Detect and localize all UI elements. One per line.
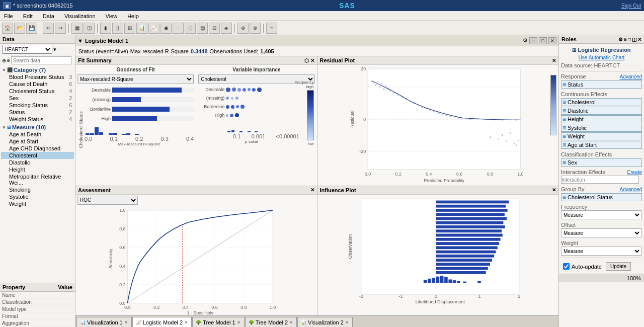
tool-2[interactable]: ◫: [84, 23, 95, 34]
tree-item-diastolic[interactable]: Diastolic: [1, 159, 74, 166]
tree2-icon: 🌳: [249, 320, 254, 325]
tree-item-smoking-status[interactable]: Smoking Status 6: [1, 102, 74, 109]
fit-menu-icon[interactable]: ⬡: [304, 58, 309, 63]
tree-item-blood-pressure[interactable]: Blood Pressure Status 3: [1, 73, 74, 80]
menu-edit[interactable]: Edit: [21, 13, 35, 20]
tree-item-cause-of-death[interactable]: Cause of Death 6: [1, 80, 74, 88]
tool-new[interactable]: 🏠: [2, 23, 13, 34]
dot-b4: [240, 105, 245, 109]
tab-tree2-close[interactable]: ✕: [289, 320, 293, 325]
tab-tree-1[interactable]: 🌳 Tree Model 1 ✕: [192, 317, 244, 327]
tool-map-2[interactable]: ⊗: [250, 23, 261, 34]
tool-chart-4[interactable]: 📊: [136, 23, 147, 34]
tab-visualization-2[interactable]: 📊 Visualization 2 ✕: [297, 317, 353, 327]
tree-item-cholesterol[interactable]: Cholesterol: [1, 152, 74, 159]
tree-tool-1[interactable]: ⊕: [2, 58, 6, 63]
tool-chart-8[interactable]: ◌: [185, 23, 196, 34]
tree-item-smoking[interactable]: Smoking: [1, 186, 74, 193]
frequency-select[interactable]: Measure: [561, 210, 641, 219]
inf-close-icon[interactable]: ✕: [552, 187, 556, 193]
tool-open[interactable]: 📂: [14, 23, 25, 34]
goodness-title: Goodness of Fit: [77, 67, 194, 72]
fit-close-icon[interactable]: ✕: [310, 58, 314, 63]
response-advanced-link[interactable]: Advanced: [620, 74, 642, 79]
tree-item-weight-status[interactable]: Weight Status 4: [1, 116, 74, 123]
tab-tree-2[interactable]: 🌳 Tree Model 2 ✕: [245, 317, 297, 327]
tab-viz2-close[interactable]: ✕: [345, 320, 349, 325]
menu-help[interactable]: Help: [125, 13, 141, 20]
weight-select[interactable]: Measure: [561, 247, 641, 256]
tab-visualization-1[interactable]: 📊 Visualization 1 ✕: [76, 317, 132, 327]
tab-tree1-label: Tree Model 1: [203, 319, 235, 325]
menu-view[interactable]: View: [104, 13, 120, 20]
close-btn[interactable]: ✕: [548, 37, 556, 44]
dataset-icon[interactable]: ▾: [53, 46, 56, 53]
tree-item-age-death[interactable]: Age at Death: [1, 131, 74, 138]
update-button[interactable]: Update: [606, 262, 631, 271]
roles-tool-1[interactable]: ⚙: [618, 37, 623, 42]
residual-plot-panel: Residual Plot ✕ 20 0: [317, 56, 559, 186]
tab-log2-close[interactable]: ✕: [184, 320, 188, 325]
assess-close-icon[interactable]: ✕: [310, 187, 314, 193]
item-label: Cholesterol Status: [9, 88, 54, 94]
restore-btn[interactable]: □: [539, 37, 547, 44]
use-auto-link[interactable]: Use Automatic Chart: [561, 54, 642, 61]
tree-tool-2[interactable]: ≡: [7, 58, 10, 63]
offset-select[interactable]: Measure: [561, 228, 641, 237]
menu-visualization[interactable]: Visualization: [62, 13, 98, 20]
menu-data[interactable]: Data: [41, 13, 56, 20]
roc-dropdown[interactable]: ROC: [77, 196, 138, 205]
influence-content: -2 -1 0 1 2 Likelihood Displacement Obse…: [317, 195, 559, 315]
tree-item-systolic[interactable]: Systolic: [1, 193, 74, 200]
tool-chart-1[interactable]: ▮: [100, 23, 111, 34]
minimize-btn[interactable]: −: [529, 37, 537, 44]
roles-tool-4[interactable]: ◫: [632, 37, 636, 42]
category-header[interactable]: ▼ ⬛ Category (7): [1, 66, 74, 73]
tool-chart-9[interactable]: ▤: [197, 23, 208, 34]
measure-header[interactable]: ▼ ⊞ Measure (10): [1, 124, 74, 131]
svg-rect-90: [436, 221, 503, 224]
goodness-dropdown[interactable]: Max-rescaled R-Square: [77, 74, 194, 84]
create-link[interactable]: Create: [627, 170, 642, 175]
tool-chart-10[interactable]: ⊟: [209, 23, 220, 34]
roles-tool-2[interactable]: ≡: [624, 37, 627, 42]
tool-1[interactable]: ▦: [71, 23, 83, 34]
bar-label-borderline: Borderline: [85, 107, 112, 112]
tool-redo[interactable]: ↪: [55, 23, 66, 34]
tool-extra[interactable]: ≡: [266, 23, 277, 34]
signout-link[interactable]: Sign Out: [621, 3, 641, 9]
menu-file[interactable]: File: [2, 13, 15, 20]
tab-tree1-close[interactable]: ✕: [237, 320, 241, 325]
tree-item-height[interactable]: Height: [1, 166, 74, 173]
interaction-input[interactable]: [561, 176, 639, 184]
roles-tool-5[interactable]: ✕: [637, 37, 641, 42]
res-close-icon[interactable]: ✕: [552, 58, 556, 63]
tree-item-age-chd[interactable]: Age CHD Diagnosed: [1, 145, 74, 152]
tool-save[interactable]: 💾: [26, 23, 37, 34]
tree-item-weight[interactable]: Weight: [1, 200, 74, 207]
tab-viz1-close[interactable]: ✕: [124, 320, 128, 325]
tool-chart-3[interactable]: ⊞: [124, 23, 135, 34]
search-input[interactable]: [11, 56, 71, 64]
svg-text:1.0: 1.0: [517, 172, 523, 177]
auto-update-checkbox[interactable]: [563, 263, 570, 270]
tab-logistic-2[interactable]: 📈 Logistic Model 2 ✕: [132, 317, 192, 327]
group-advanced-link[interactable]: Advanced: [620, 187, 642, 192]
tree-item-age-start[interactable]: Age at Start: [1, 138, 74, 145]
tool-chart-5[interactable]: 📈: [148, 23, 159, 34]
tool-chart-6[interactable]: ◉: [160, 23, 172, 34]
tool-undo[interactable]: ↩: [43, 23, 54, 34]
tree-item-status[interactable]: Status 2: [1, 109, 74, 116]
dot-6: [252, 88, 256, 92]
dataset-select[interactable]: HEARTCT: [2, 45, 52, 54]
tool-chart-2[interactable]: ▯: [112, 23, 123, 34]
tree-item-cholesterol-status[interactable]: Cholesterol Status 4: [1, 88, 74, 95]
roles-tool-3[interactable]: □: [628, 37, 631, 42]
tree-item-sex[interactable]: Sex 2: [1, 95, 74, 102]
tool-chart-7[interactable]: ⋯: [173, 23, 184, 34]
tool-map-1[interactable]: ⊕: [237, 23, 249, 34]
tool-chart-11[interactable]: ◈: [221, 23, 232, 34]
tree-item-metro[interactable]: Metropolitan Relative Wei...: [1, 173, 74, 186]
settings-icon[interactable]: ⚙: [523, 37, 528, 44]
freq-low: low: [307, 141, 313, 146]
